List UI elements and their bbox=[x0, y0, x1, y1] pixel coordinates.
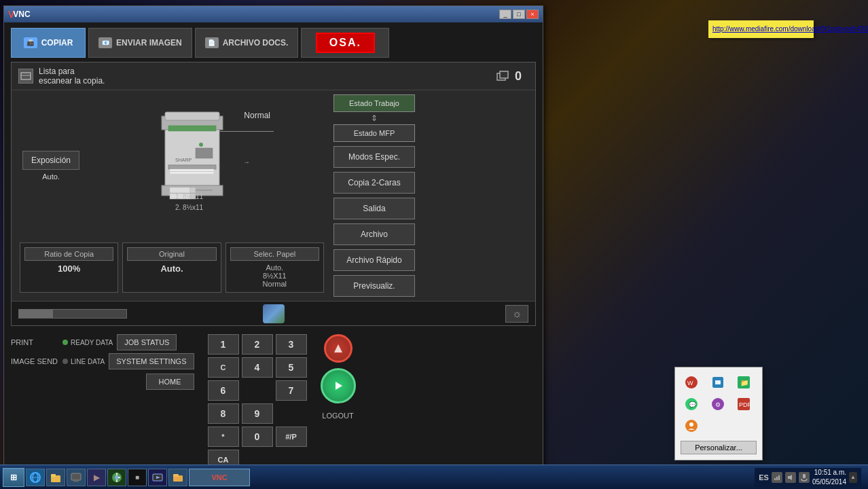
quick-launch-popup: W 📁 💬 ⚙ PDF Personalizar... bbox=[674, 367, 763, 460]
key-star[interactable]: * bbox=[208, 427, 239, 447]
ratio-copia-button[interactable]: Ratio de Copia bbox=[24, 247, 113, 261]
arrow-indicator: → bbox=[243, 158, 250, 166]
clock-date: 05/05/2014 bbox=[812, 477, 846, 487]
previsualiz-button[interactable]: Previsualiz. bbox=[333, 275, 415, 297]
svg-text:SHARP: SHARP bbox=[175, 158, 192, 162]
archivo-icon: 📄 bbox=[205, 37, 219, 48]
image-send-label: IMAGE SEND bbox=[11, 357, 58, 365]
start-button[interactable] bbox=[321, 368, 356, 403]
enviar-icon: 📧 bbox=[98, 37, 112, 48]
exposicion-value: Auto. bbox=[22, 173, 79, 181]
tray-expand-icon[interactable]: ▲ bbox=[849, 472, 857, 483]
home-button[interactable]: HOME bbox=[146, 374, 194, 390]
tab-osa[interactable]: OSA. bbox=[301, 28, 389, 58]
printer-area: Exposición Auto. bbox=[16, 94, 328, 237]
svg-rect-9 bbox=[170, 169, 214, 171]
nav-tabs: 📠 COPIAR 📧 ENVIAR IMAGEN 📄 ARCHIVO DOCS.… bbox=[4, 22, 543, 58]
popup-icon-7[interactable] bbox=[681, 416, 702, 435]
key-9[interactable]: 9 bbox=[242, 403, 273, 424]
paper-sizes: 1. 8½x11 2. 8½x11 bbox=[175, 192, 203, 213]
tray-volume-icon[interactable] bbox=[785, 472, 796, 483]
tab-copiar[interactable]: 📠 COPIAR bbox=[11, 28, 86, 58]
popup-icon-6[interactable]: PDF bbox=[733, 395, 755, 414]
selec-papel-box: Selec. Papel Auto. 8½X11 Normal bbox=[225, 242, 324, 293]
estado-mfp-button[interactable]: Estado MFP bbox=[333, 124, 415, 142]
key-hp[interactable]: #/P bbox=[276, 427, 307, 447]
salida-button[interactable]: Salida bbox=[333, 198, 415, 219]
tray-network-icon[interactable] bbox=[772, 472, 782, 483]
archivo-rapido-button[interactable]: Archivo Rápido bbox=[333, 249, 415, 271]
taskbar-chrome-icon[interactable] bbox=[107, 469, 126, 486]
key-3[interactable]: 3 bbox=[276, 334, 307, 355]
selec-papel-size: 8½X11 bbox=[263, 272, 287, 280]
progress-bar bbox=[18, 309, 127, 319]
personalizar-button[interactable]: Personalizar... bbox=[681, 441, 757, 454]
sticky-note: http://www.mediafire.com/download/0t1pgb… bbox=[708, 20, 814, 38]
taskbar-items: ▶ ■ VNC bbox=[26, 469, 753, 486]
svg-rect-8 bbox=[168, 165, 216, 169]
key-6[interactable]: 6 bbox=[208, 380, 239, 401]
svg-text:W: W bbox=[687, 380, 693, 386]
taskbar: ⊞ ▶ ■ bbox=[0, 465, 868, 489]
key-c[interactable]: C bbox=[208, 357, 239, 378]
exposicion-button[interactable]: Exposición bbox=[22, 151, 79, 170]
ready-data-indicator: READY DATA bbox=[62, 339, 113, 346]
clock-display: 10:51 a.m. 05/05/2014 bbox=[812, 468, 846, 487]
svg-rect-40 bbox=[51, 474, 56, 477]
tab-archivo-docs[interactable]: 📄 ARCHIVO DOCS. bbox=[195, 28, 299, 58]
popup-icon-5[interactable]: ⚙ bbox=[707, 395, 729, 414]
taskbar-tv-icon[interactable] bbox=[148, 469, 167, 486]
svg-rect-49 bbox=[173, 474, 179, 477]
status-text: Lista para escanear la copia. bbox=[39, 67, 105, 86]
copy-icon bbox=[496, 71, 509, 82]
svg-marker-21 bbox=[336, 382, 342, 390]
popup-spacer bbox=[707, 416, 729, 435]
key-2[interactable]: 2 bbox=[242, 334, 273, 355]
close-button[interactable]: × bbox=[526, 10, 539, 19]
settings-icon-button[interactable]: ☼ bbox=[505, 305, 528, 323]
key-1[interactable]: 1 bbox=[208, 334, 239, 355]
selec-papel-button[interactable]: Selec. Papel bbox=[230, 247, 319, 261]
archivo-button[interactable]: Archivo bbox=[333, 223, 415, 245]
key-0[interactable]: 0 bbox=[242, 427, 273, 447]
popup-icon-2[interactable] bbox=[707, 373, 729, 392]
popup-icon-3[interactable]: 📁 bbox=[733, 373, 755, 392]
toolbar-center-icon bbox=[263, 304, 285, 323]
taskbar-media-icon[interactable]: ▶ bbox=[87, 469, 106, 486]
svg-point-35 bbox=[689, 422, 693, 427]
ratio-copia-value: 100% bbox=[58, 264, 80, 274]
modos-espec-button[interactable]: Modos Espec. bbox=[333, 146, 415, 168]
taskbar-vnc-icon[interactable]: VNC bbox=[189, 469, 250, 486]
ratio-copia-box: Ratio de Copia 100% bbox=[20, 242, 118, 293]
job-status-button[interactable]: JOB STATUS bbox=[117, 334, 177, 350]
print-row: PRINT READY DATA JOB STATUS bbox=[11, 334, 194, 350]
taskbar-ie-icon[interactable] bbox=[26, 469, 45, 486]
tab-enviar-imagen[interactable]: 📧 ENVIAR IMAGEN bbox=[88, 28, 192, 58]
key-8[interactable]: 8 bbox=[208, 403, 239, 424]
vnc-window-controls: _ □ × bbox=[499, 10, 539, 19]
svg-rect-50 bbox=[774, 478, 776, 480]
popup-icon-4[interactable]: 💬 bbox=[681, 395, 702, 414]
start-button[interactable]: ⊞ bbox=[3, 468, 24, 487]
popup-spacer2 bbox=[733, 416, 755, 435]
system-settings-button[interactable]: SYSTEM SETTINGS bbox=[109, 353, 194, 369]
tray-power-icon[interactable] bbox=[799, 472, 810, 483]
svg-text:⚙: ⚙ bbox=[715, 401, 721, 408]
stop-button[interactable] bbox=[324, 334, 352, 363]
original-button[interactable]: Original bbox=[127, 247, 216, 261]
maximize-button[interactable]: □ bbox=[513, 10, 525, 19]
minimize-button[interactable]: _ bbox=[499, 10, 511, 19]
key-7[interactable]: 7 bbox=[276, 380, 307, 401]
osa-logo: OSA. bbox=[329, 37, 361, 48]
taskbar-monitor-icon[interactable] bbox=[67, 469, 86, 486]
taskbar-folder-icon[interactable] bbox=[168, 469, 187, 486]
estado-trabajo-button[interactable]: Estado Trabajo bbox=[333, 94, 415, 112]
popup-icon-1[interactable]: W bbox=[681, 373, 702, 392]
mfp-body: 📠 COPIAR 📧 ENVIAR IMAGEN 📄 ARCHIVO DOCS.… bbox=[4, 22, 543, 467]
copia-2-caras-button[interactable]: Copia 2-Caras bbox=[333, 172, 415, 194]
key-5[interactable]: 5 bbox=[276, 357, 307, 378]
taskbar-dark-icon[interactable]: ■ bbox=[128, 469, 147, 486]
svg-text:💬: 💬 bbox=[689, 401, 697, 409]
taskbar-explorer-icon[interactable] bbox=[46, 469, 65, 486]
key-4[interactable]: 4 bbox=[242, 357, 273, 378]
